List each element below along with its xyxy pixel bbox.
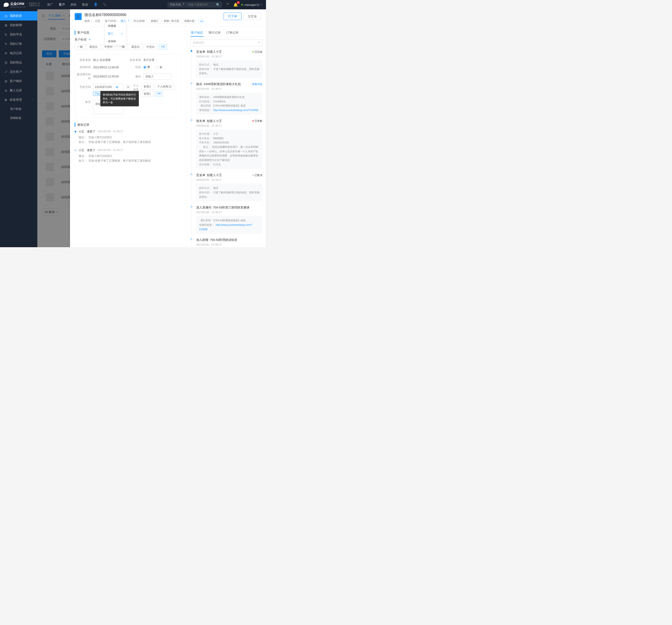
order-button[interactable]: 代下单	[223, 12, 241, 20]
sidebar-label: 我的好友	[10, 14, 22, 18]
nav-qc[interactable]: 质检	[70, 3, 76, 7]
sidebar-label: 客户标签	[10, 107, 22, 111]
activity-filter[interactable]: 全部动态	[190, 39, 262, 46]
customer-title: 微信名称6789990000966	[85, 12, 221, 18]
copy-icon[interactable]: ⧉	[126, 84, 130, 90]
sidebar-icon: ✎	[4, 42, 7, 46]
section-customer-info: 客户信息	[75, 30, 182, 35]
tl-title: 加入群聊	[196, 238, 208, 242]
tl-card: 跟单方式：电话跟单内容：只是了解在线教育方面的信息，暂时无购买意向。	[196, 60, 262, 78]
tag-more[interactable]: +4	[159, 44, 167, 50]
sidebar-item[interactable]: 群聊标签	[0, 114, 37, 123]
rtab-orders[interactable]: 订单记录	[226, 29, 239, 36]
check-icon: ✓	[121, 32, 123, 35]
manager-dropdown-menu: 师馨薇 张三✓ 俱保咏	[105, 22, 126, 45]
tl-dot	[191, 50, 192, 52]
nav-customer[interactable]: 客户	[59, 3, 65, 7]
nav-promo[interactable]: 推广	[47, 3, 53, 7]
search-icon[interactable]: 🔍	[214, 3, 222, 6]
timeline-item: 进入直播间759-59班第三期理财直播课2021/01/30 01:38:27通…	[191, 205, 262, 238]
tl-title: 定金单	[196, 173, 205, 177]
group-tag[interactable]: 群聊三	[149, 19, 160, 23]
group-tag[interactable]: 群聊六群	[183, 19, 196, 23]
nav-phone-icon[interactable]: 📞	[103, 3, 107, 7]
phone-input[interactable]	[95, 85, 116, 89]
sidebar-icon: ⤢	[4, 70, 7, 73]
sidebar-icon: ✆	[4, 52, 7, 55]
sidebar-item[interactable]: ⊝删人记录	[0, 86, 37, 95]
log-date: 2021/01/30 01:38:27	[98, 148, 123, 152]
sidebar-item[interactable]: ⚙标签管理⌃	[0, 95, 37, 104]
val-lastchat: 2021/09/10 12:00:00	[93, 75, 119, 78]
sidebar-label: 删人记录	[10, 89, 22, 93]
tl-dot	[191, 82, 192, 84]
logo-url: www.yunduocrm.com	[10, 6, 26, 8]
customer-icon: 👤	[75, 13, 82, 20]
sidebar-label: 标签管理	[10, 98, 22, 102]
tl-date: 2021/01/30 01:38:27	[196, 243, 262, 247]
tl-status: 已完成	[253, 50, 262, 54]
sidebar-item[interactable]: ⫛我的学员	[0, 30, 37, 39]
sidebar-icon: ⊡	[4, 61, 7, 64]
radio-male[interactable]: 男	[143, 65, 150, 69]
sidebar-item[interactable]: ◷我的好友	[0, 11, 37, 21]
tl-link[interactable]: 查看详情	[252, 82, 262, 86]
sidebar-item[interactable]: 客户标签	[0, 104, 37, 114]
tl-date: 2021/01/30 01:38:27	[196, 210, 262, 214]
sidebar-item[interactable]: ⊡我的商品	[0, 58, 37, 67]
phone-tooltip: 查询到此手机号码在系统中已存在，可以将两条客户数据合并为一条	[100, 91, 139, 106]
sidebar-item[interactable]: ✎我的订单	[0, 39, 37, 49]
label-addtime: 添加时间	[78, 65, 91, 69]
sidebar-item[interactable]: ⊞我的群聊	[0, 21, 37, 30]
topbar: 云朵CRM www.yunduocrm.com 教育机构一站式服务云平台 推广 …	[0, 0, 266, 9]
sidebar-icon: ⫛	[4, 33, 7, 36]
personal-tag[interactable]: 个人标签12	[155, 84, 174, 90]
notif-badge: 5	[237, 1, 240, 4]
tl-date: 2020/01/30 01:38:27	[196, 124, 262, 128]
nav-user-icon[interactable]: 👤	[94, 3, 98, 7]
wechat-input[interactable]	[143, 73, 171, 79]
edit-icon[interactable]: ✎	[89, 38, 91, 41]
group-tag[interactable]: 群聊一群大群	[162, 19, 181, 23]
sidebar-item[interactable]: ✆电话记录	[0, 49, 37, 58]
grp-label: 所在群聊：	[134, 19, 147, 23]
dd-option[interactable]: 师馨薇	[105, 22, 126, 30]
rtab-chat[interactable]: 聊天记录	[208, 29, 221, 36]
grid-icon[interactable]: ⊞	[116, 85, 118, 89]
deposit-button[interactable]: 交定金	[243, 12, 261, 20]
radio-female[interactable]: 女	[155, 65, 162, 69]
dd-option[interactable]: 俱保咏	[105, 38, 126, 45]
customer-tag[interactable]: 高意向	[87, 44, 100, 50]
sidebar-icon: ◷	[4, 14, 7, 18]
personal-tag[interactable]: 标签1	[141, 91, 153, 97]
log-item: 小王 更新了2021/01/30 01:38:27微信：空值-136721828…	[75, 130, 182, 145]
group-more[interactable]: +4	[198, 19, 205, 23]
rtab-activity[interactable]: 客户动态	[190, 29, 203, 36]
top-nav: 推广 客户 质检 数据 👤 📞	[47, 3, 107, 7]
customer-tag[interactable]: 一般	[75, 44, 86, 50]
label-phone: 手机号码	[78, 85, 91, 89]
chevron-up-icon: ⌃	[31, 99, 33, 101]
personal-tag[interactable]: 标签1	[141, 84, 153, 90]
log-line: 微信：空值-13672182821	[79, 154, 182, 158]
mobile-icon[interactable]: 📱	[225, 3, 230, 7]
search-input[interactable]	[186, 3, 214, 6]
sidebar-item[interactable]: ⤢流失客户	[0, 67, 37, 76]
logo-subtitle: 教育机构一站式服务云平台	[27, 3, 40, 7]
label-remark: 备注	[78, 100, 91, 104]
label-ptags: 个人标签	[130, 84, 139, 92]
sidebar-label: 电话记录	[10, 51, 22, 55]
nav-data[interactable]: 数据	[82, 3, 88, 7]
log-item: 小王 更新了2021/01/30 01:38:27微信：空值-136721828…	[75, 148, 182, 163]
sidebar-item[interactable]: ⊟客户继承	[0, 76, 37, 86]
personal-tag-more[interactable]: +4	[155, 91, 163, 97]
bell-icon[interactable]: 🔔5	[233, 3, 238, 7]
search-type-select[interactable]: 手机号码	[167, 3, 186, 7]
customer-tag[interactable]: 高意向	[129, 44, 142, 50]
customer-tag[interactable]: 中意向	[144, 44, 157, 50]
link[interactable]: http://www.yunduoketang.com/?123456	[213, 109, 258, 111]
sidebar-icon: ⊟	[4, 79, 7, 83]
user-menu[interactable]: manager11 ▾	[241, 3, 262, 6]
sidebar-icon: ⊝	[4, 89, 7, 92]
dd-option[interactable]: 张三✓	[105, 30, 126, 38]
